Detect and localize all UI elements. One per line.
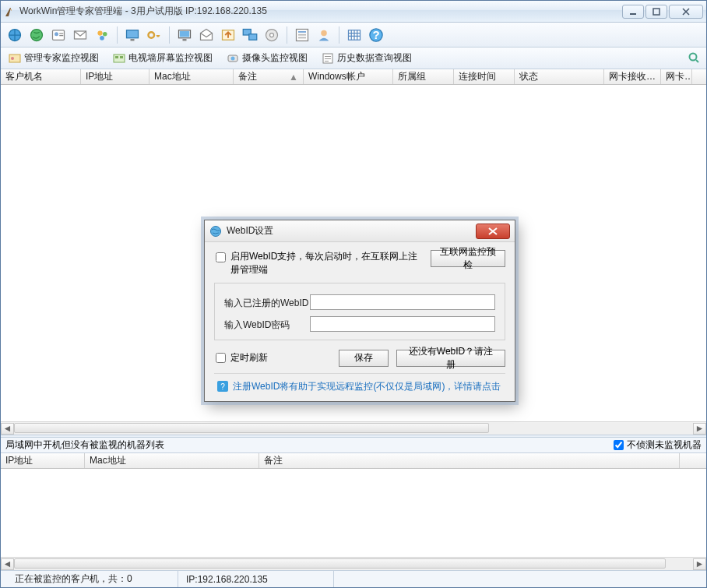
- svg-rect-0: [630, 13, 636, 15]
- enable-webid-label: 启用WebID支持，每次启动时，在互联网上注册管理端: [230, 250, 423, 276]
- svg-point-22: [270, 33, 274, 37]
- column-label: Windows帐户: [308, 70, 365, 83]
- search-icon[interactable]: [688, 51, 702, 65]
- scroll-track[interactable]: [14, 558, 693, 570]
- refresh-checkbox[interactable]: [216, 353, 226, 363]
- app-icon: [4, 5, 16, 18]
- lower-list-body[interactable]: [1, 469, 706, 557]
- minimize-button[interactable]: [622, 5, 644, 19]
- toolbar-key-button[interactable]: [145, 26, 164, 44]
- toolbar-earth-button[interactable]: [27, 26, 46, 44]
- svg-point-3: [31, 29, 43, 40]
- webid-dialog: WebID设置 启用WebID支持，每次启动时，在互联网上注册管理端 互联网监控…: [204, 220, 515, 402]
- view-tabs: 管理专家监控视图电视墙屏幕监控视图摄像头监控视图历史数据查询视图: [1, 48, 706, 69]
- column-header[interactable]: Windows帐户: [304, 69, 393, 84]
- column-header[interactable]: 网卡…: [661, 69, 692, 84]
- dialog-close-button[interactable]: [476, 224, 510, 239]
- window-buttons: [621, 5, 703, 19]
- svg-rect-35: [120, 56, 123, 58]
- toolbar-user-button[interactable]: [315, 26, 333, 44]
- close-button[interactable]: [669, 5, 703, 19]
- svg-rect-12: [127, 30, 139, 37]
- scroll-left-arrow-icon[interactable]: ◄: [1, 558, 14, 570]
- view-tab-icon: [113, 52, 125, 65]
- svg-rect-13: [131, 39, 135, 41]
- webid-pwd-input[interactable]: [310, 316, 495, 332]
- view-tab-2[interactable]: 摄像头监控视图: [223, 50, 311, 66]
- toolbar-mail-open-button[interactable]: [197, 26, 216, 44]
- status-client-count: 正在被监控的客户机，共：0: [7, 571, 178, 587]
- no-detect-checkbox[interactable]: [614, 440, 624, 450]
- main-toolbar: ?: [1, 23, 706, 48]
- column-header[interactable]: 连接时间: [454, 69, 515, 84]
- lower-hscrollbar[interactable]: ◄ ►: [1, 557, 706, 570]
- column-header[interactable]: IP地址: [1, 453, 85, 468]
- toolbar-disc-button[interactable]: [262, 26, 281, 44]
- view-tab-icon: [9, 52, 21, 65]
- titlebar: WorkWin管理专家管理端 - 3用户试用版 IP:192.168.220.1…: [1, 1, 706, 23]
- webid-input[interactable]: [310, 294, 495, 310]
- scroll-thumb[interactable]: [14, 423, 489, 433]
- save-button[interactable]: 保存: [339, 350, 389, 367]
- main-hscrollbar[interactable]: ◄ ►: [1, 421, 706, 435]
- lower-title: 局域网中开机但没有被监视的机器列表: [5, 438, 164, 452]
- dialog-action-row: 定时刷新 保存 还没有WebID？请注册: [214, 350, 505, 367]
- webid-pwd-label: 输入WebID密码: [224, 316, 310, 332]
- column-label: 连接时间: [459, 70, 496, 83]
- view-tab-0[interactable]: 管理专家监控视图: [5, 50, 102, 66]
- dialog-titlebar: WebID设置: [205, 220, 515, 242]
- column-header[interactable]: IP地址: [81, 69, 149, 84]
- column-header[interactable]: 客户机名: [1, 69, 81, 84]
- scroll-track[interactable]: [14, 423, 693, 435]
- toolbar-group-button[interactable]: [93, 26, 111, 44]
- toolbar-form-button[interactable]: [293, 26, 311, 44]
- toolbar-abacus-button[interactable]: [345, 26, 364, 44]
- toolbar-separator: [169, 26, 170, 44]
- no-detect-checkbox-label[interactable]: 不侦测未监视机器: [614, 438, 702, 452]
- column-header[interactable]: 状态: [515, 69, 604, 84]
- svg-point-5: [55, 32, 58, 36]
- scroll-left-arrow-icon[interactable]: ◄: [1, 423, 14, 435]
- view-tab-icon: [322, 52, 334, 65]
- register-button[interactable]: 还没有WebID？请注册: [396, 350, 505, 367]
- dialog-footnote[interactable]: ? 注册WebID将有助于实现远程监控(不仅仅是局域网)，详情请点击: [214, 373, 505, 395]
- toolbar-globe-button[interactable]: [5, 26, 24, 44]
- webid-label: 输入已注册的WebID: [224, 294, 310, 310]
- view-tab-label: 摄像头监控视图: [242, 51, 308, 65]
- toolbar-person-card-button[interactable]: [49, 26, 68, 44]
- scroll-thumb[interactable]: [14, 558, 666, 569]
- view-tab-3[interactable]: 历史数据查询视图: [318, 50, 415, 66]
- scroll-right-arrow-icon[interactable]: ►: [693, 423, 706, 435]
- column-header[interactable]: 网卡接收…: [604, 69, 661, 84]
- column-header[interactable]: 备注: [259, 453, 680, 468]
- column-header[interactable]: 备注▲: [234, 69, 304, 84]
- svg-point-42: [690, 53, 697, 60]
- enable-webid-checkbox[interactable]: [216, 252, 226, 262]
- globe-icon: [209, 225, 222, 238]
- toolbar-monitor-button[interactable]: [175, 26, 194, 44]
- column-label: IP地址: [5, 454, 33, 467]
- toolbar-help-button[interactable]: ?: [367, 26, 385, 44]
- toolbar-separator: [117, 26, 118, 44]
- column-label: 状态: [519, 70, 538, 83]
- lower-list: IP地址Mac地址备注 ◄ ►: [1, 453, 706, 570]
- svg-rect-26: [298, 37, 306, 38]
- svg-rect-6: [59, 33, 63, 33]
- toolbar-screens-button[interactable]: [241, 26, 259, 44]
- toolbar-envelope-button[interactable]: [71, 26, 90, 44]
- webid-pwd-row: 输入WebID密码: [224, 316, 495, 332]
- precheck-button[interactable]: 互联网监控预检: [431, 250, 505, 267]
- maximize-button[interactable]: [645, 5, 667, 19]
- view-tab-1[interactable]: 电视墙屏幕监控视图: [110, 50, 216, 66]
- svg-rect-20: [249, 33, 257, 40]
- column-header[interactable]: Mac地址: [85, 453, 259, 468]
- toolbar-screen-lock-button[interactable]: [123, 26, 142, 44]
- view-tab-label: 管理专家监控视图: [24, 51, 99, 65]
- column-label: 网卡接收…: [609, 70, 656, 83]
- scroll-right-arrow-icon[interactable]: ►: [693, 558, 706, 570]
- column-label: Mac地址: [154, 70, 191, 83]
- column-header[interactable]: 所属组: [393, 69, 454, 84]
- column-header[interactable]: Mac地址: [149, 69, 234, 84]
- toolbar-arrow-up-button[interactable]: [219, 26, 237, 44]
- svg-point-37: [231, 56, 235, 60]
